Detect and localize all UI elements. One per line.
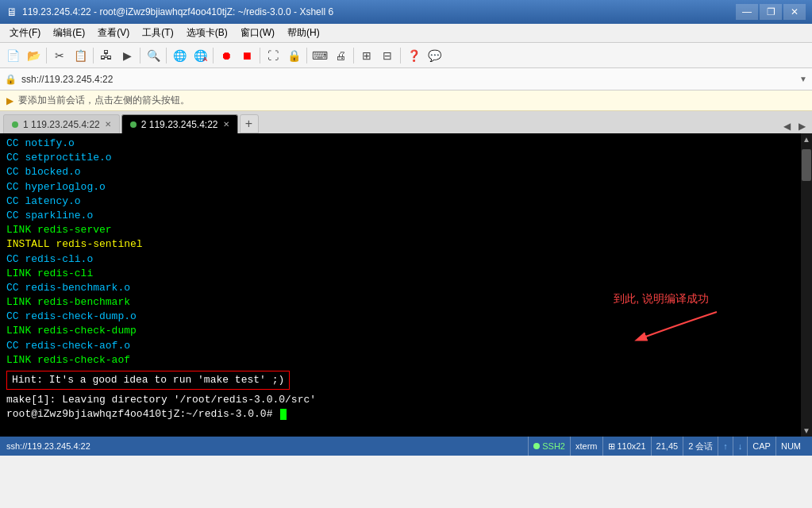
address-input[interactable] bbox=[21, 74, 796, 85]
titlebar: 🖥 119.23.245.4:22 - root@iZwz9bjiawhqzf4… bbox=[0, 0, 812, 24]
tb-sep9 bbox=[400, 48, 401, 64]
scroll-up-arrow[interactable]: ▲ bbox=[801, 133, 812, 145]
tb-connect[interactable]: 🖧 bbox=[97, 46, 116, 65]
tab-label-2: 2 119.23.245.4:22 bbox=[141, 119, 218, 130]
term-line-12: LINK redis-benchmark bbox=[6, 295, 806, 310]
term-prompt-line: root@iZwz9bjiawhqzf4oo410tjZ:~/redis-3.0… bbox=[6, 407, 806, 421]
tb-copy[interactable]: 📋 bbox=[71, 46, 90, 65]
tb-globe2[interactable]: 🌐A bbox=[190, 46, 210, 65]
term-line-11: CC redis-benchmark.o bbox=[6, 281, 806, 295]
status-sessions-label: 2 会话 bbox=[688, 441, 713, 452]
tb-layout2[interactable]: ⊟ bbox=[378, 46, 397, 65]
addr-dropdown-arrow[interactable]: ▼ bbox=[799, 75, 807, 83]
tab-close-2[interactable]: ✕ bbox=[223, 120, 229, 129]
terminal-content: CC notify.o CC setproctitle.o CC blocked… bbox=[0, 133, 812, 437]
tab-bar: 1 119.23.245.4:22 ✕ 2 119.23.245.4:22 ✕ … bbox=[0, 111, 812, 133]
tb-lock[interactable]: 🔒 bbox=[284, 46, 303, 65]
status-term: xterm bbox=[570, 437, 602, 456]
download-icon: ↓ bbox=[738, 441, 743, 451]
window-controls: — ❐ ✕ bbox=[736, 4, 806, 20]
minimize-button[interactable]: — bbox=[736, 4, 758, 20]
status-ssh: SSH2 bbox=[528, 437, 570, 456]
status-download: ↓ bbox=[733, 437, 748, 456]
status-num: NUM bbox=[775, 437, 806, 456]
tb-new[interactable]: 📄 bbox=[3, 46, 22, 65]
tb-search[interactable]: 🔍 bbox=[144, 46, 163, 65]
app-icon: 🖥 bbox=[6, 6, 17, 18]
tb-globe[interactable]: 🌐 bbox=[170, 46, 189, 65]
tab-close-1[interactable]: ✕ bbox=[105, 120, 111, 129]
tb-help[interactable]: ❓ bbox=[404, 46, 423, 65]
scroll-thumb[interactable] bbox=[802, 149, 811, 181]
info-text: 要添加当前会话，点击左侧的箭头按钮。 bbox=[18, 94, 190, 107]
term-make-line: make[1]: Leaving directory '/root/redis-… bbox=[6, 393, 806, 407]
term-hint: Hint: It's a good idea to run 'make test… bbox=[6, 371, 806, 390]
status-size-label: 110x21 bbox=[618, 441, 646, 451]
terminal[interactable]: CC notify.o CC setproctitle.o CC blocked… bbox=[0, 133, 812, 437]
tb-sep1 bbox=[46, 48, 47, 64]
scroll-down-arrow[interactable]: ▼ bbox=[801, 425, 812, 437]
tab-2[interactable]: 2 119.23.245.4:22 ✕ bbox=[121, 114, 238, 133]
statusbar: ssh://119.23.245.4:22 SSH2 xterm ⊞ 110x2… bbox=[0, 437, 812, 456]
tab-next[interactable]: ▶ bbox=[795, 119, 809, 133]
status-addr: ssh://119.23.245.4:22 bbox=[6, 441, 528, 451]
tb-keyboard[interactable]: ⌨ bbox=[310, 46, 329, 65]
status-ssh-label: SSH2 bbox=[542, 441, 565, 451]
tb-sep8 bbox=[353, 48, 354, 64]
tb-record[interactable]: ⏺ bbox=[217, 46, 236, 65]
tb-layout[interactable]: ⊞ bbox=[357, 46, 376, 65]
maximize-button[interactable]: ❐ bbox=[760, 4, 782, 20]
address-bar: 🔒 ▼ bbox=[0, 68, 812, 90]
info-bar: ▶ 要添加当前会话，点击左侧的箭头按钮。 bbox=[0, 90, 812, 111]
menu-help[interactable]: 帮助(H) bbox=[281, 24, 326, 42]
term-line-15: CC redis-check-aof.o bbox=[6, 339, 806, 353]
status-green-dot bbox=[533, 443, 540, 449]
num-label: NUM bbox=[781, 441, 801, 451]
term-line-4: CC hyperloglog.o bbox=[6, 180, 806, 194]
term-line-6: CC sparkline.o bbox=[6, 209, 806, 223]
tab-prev[interactable]: ◀ bbox=[780, 119, 794, 133]
status-term-label: xterm bbox=[575, 441, 598, 451]
term-line-2: CC setproctitle.o bbox=[6, 151, 806, 165]
prompt-text: root@iZwz9bjiawhqzf4oo410tjZ:~/redis-3.0… bbox=[6, 408, 272, 420]
toolbar: 📄 📂 ✂ 📋 🖧 ▶ 🔍 🌐 🌐A ⏺ ⏹ ⛶ 🔒 ⌨ 🖨 ⊞ ⊟ ❓ 💬 bbox=[0, 43, 812, 68]
make-text: make[1]: Leaving directory '/root/redis-… bbox=[6, 394, 316, 406]
tab-dot-1 bbox=[12, 121, 18, 128]
term-line-5: CC latency.o bbox=[6, 194, 806, 209]
tab-1[interactable]: 1 119.23.245.4:22 ✕ bbox=[3, 114, 120, 133]
menu-view[interactable]: 查看(V) bbox=[91, 24, 136, 42]
close-button[interactable]: ✕ bbox=[783, 4, 806, 20]
tb-print[interactable]: 🖨 bbox=[331, 46, 350, 65]
status-pos-label: 21,45 bbox=[656, 441, 679, 451]
tb-sep5 bbox=[213, 48, 214, 64]
tb-info[interactable]: 💬 bbox=[425, 46, 444, 65]
tb-sep4 bbox=[166, 48, 167, 64]
menu-file[interactable]: 文件(F) bbox=[3, 24, 47, 42]
tb-stop[interactable]: ⏹ bbox=[237, 46, 256, 65]
tb-cut[interactable]: ✂ bbox=[50, 46, 69, 65]
term-line-13: CC redis-check-dump.o bbox=[6, 310, 806, 324]
lock-icon: 🔒 bbox=[5, 74, 17, 85]
menu-tools[interactable]: 工具(T) bbox=[136, 24, 179, 42]
window-title: 119.23.245.4:22 - root@iZwz9bjiawhqzf4oo… bbox=[22, 6, 736, 17]
status-pos: 21,45 bbox=[651, 437, 683, 456]
tb-arrow[interactable]: ▶ bbox=[117, 46, 137, 65]
size-icon: ⊞ bbox=[608, 441, 615, 452]
tb-open-folder[interactable]: 📂 bbox=[24, 46, 43, 65]
menubar: 文件(F) 编辑(E) 查看(V) 工具(T) 选项卡(B) 窗口(W) 帮助(… bbox=[0, 24, 812, 43]
tab-nav: ◀ ▶ bbox=[780, 119, 809, 133]
menu-window[interactable]: 窗口(W) bbox=[234, 24, 281, 42]
term-line-3: CC blocked.o bbox=[6, 165, 806, 179]
terminal-scrollbar[interactable]: ▲ ▼ bbox=[801, 133, 812, 437]
term-line-9: CC redis-cli.o bbox=[6, 252, 806, 267]
tb-sep6 bbox=[260, 48, 260, 64]
tab-dot-2 bbox=[130, 121, 137, 128]
menu-edit[interactable]: 编辑(E) bbox=[47, 24, 91, 42]
tb-fullscreen[interactable]: ⛶ bbox=[264, 46, 283, 65]
term-line-14: LINK redis-check-dump bbox=[6, 324, 806, 338]
term-line-8: INSTALL redis-sentinel bbox=[6, 237, 806, 252]
menu-tabs[interactable]: 选项卡(B) bbox=[180, 24, 234, 42]
tb-sep2 bbox=[93, 48, 94, 64]
tab-add-button[interactable]: + bbox=[240, 114, 259, 133]
tab-label-1: 1 119.23.245.4:22 bbox=[23, 119, 100, 130]
